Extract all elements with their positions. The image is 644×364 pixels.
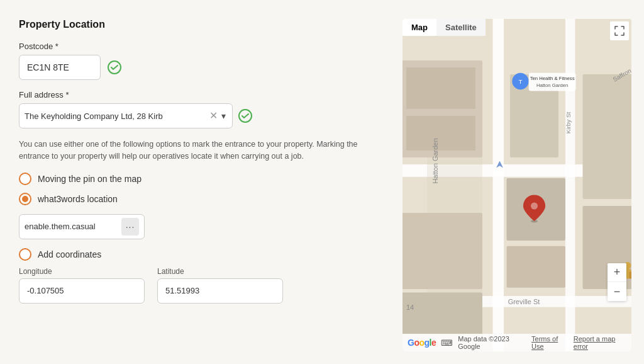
address-input-wrapper[interactable]: The Keyholding Company Ltd, 28 Kirb ✕ ▾ — [19, 103, 233, 128]
w3w-input-row: enable.them.casual ··· — [19, 214, 390, 239]
radio-w3w-label: what3words location — [38, 194, 118, 204]
postcode-row — [19, 55, 390, 80]
radio-group: Moving the pin on the map what3words loc… — [19, 173, 390, 205]
page-container: Property Location Postcode * Full addres… — [0, 0, 644, 364]
svg-text:Kirby St: Kirby St — [565, 111, 572, 134]
map-panel: Map Satellite — [402, 19, 631, 351]
map-data-text: Map data ©2023 Google — [458, 335, 526, 350]
address-clear-button[interactable]: ✕ — [207, 111, 220, 121]
zoom-in-button[interactable]: + — [608, 263, 626, 282]
section-title: Property Location — [19, 19, 390, 30]
svg-rect-10 — [406, 116, 475, 151]
svg-rect-9 — [406, 67, 475, 109]
map-tab-map[interactable]: Map — [402, 19, 436, 36]
svg-text:Ten Health & Fitness: Ten Health & Fitness — [530, 76, 575, 81]
map-fullscreen-button[interactable] — [610, 21, 629, 40]
map-container[interactable]: Map Satellite — [402, 19, 631, 351]
svg-rect-17 — [402, 293, 482, 334]
zoom-out-button[interactable]: − — [608, 282, 626, 301]
longitude-label: Longitude — [19, 267, 145, 276]
address-input-text: The Keyholding Company Ltd, 28 Kirb — [25, 111, 207, 121]
radio-coords[interactable] — [19, 248, 31, 261]
svg-text:Hatton Garden: Hatton Garden — [536, 82, 568, 88]
radio-pin[interactable] — [19, 173, 31, 185]
postcode-field-group: Postcode * — [19, 42, 390, 80]
radio-item-pin[interactable]: Moving the pin on the map — [19, 173, 390, 185]
terms-of-use-link[interactable]: Terms of Use — [531, 335, 569, 350]
postcode-input[interactable] — [19, 55, 101, 80]
svg-text:14: 14 — [406, 304, 414, 311]
map-tab-satellite[interactable]: Satellite — [436, 19, 486, 36]
radio-item-w3w[interactable]: what3words location — [19, 193, 390, 205]
map-tabs: Map Satellite — [402, 19, 486, 36]
address-row: The Keyholding Company Ltd, 28 Kirb ✕ ▾ — [19, 103, 390, 128]
address-dropdown-button[interactable]: ▾ — [220, 111, 227, 121]
report-error-link[interactable]: Report a map error — [574, 335, 626, 350]
map-keyboard-icon: ⌨ — [441, 338, 453, 348]
postcode-check-icon — [107, 60, 122, 75]
w3w-dots-button[interactable]: ··· — [121, 218, 139, 236]
coords-fields: Longitude Latitude — [19, 267, 390, 304]
svg-rect-16 — [402, 213, 482, 289]
radio-w3w[interactable] — [19, 193, 31, 205]
radio-pin-label: Moving the pin on the map — [38, 174, 142, 184]
address-label: Full address * — [19, 90, 390, 100]
address-check-icon — [238, 108, 253, 123]
map-svg: Hatton Garden Kirby St Saffron Hill Grev… — [402, 19, 631, 351]
radio-coords-label: Add coordinates — [38, 249, 101, 259]
svg-text:Hatton Garden: Hatton Garden — [431, 138, 439, 183]
svg-text:T: T — [518, 78, 522, 85]
latitude-input[interactable] — [157, 278, 283, 304]
left-panel: Property Location Postcode * Full addres… — [19, 19, 390, 351]
map-zoom-controls: + − — [608, 263, 626, 301]
svg-point-30 — [531, 203, 538, 210]
postcode-label: Postcode * — [19, 42, 390, 51]
helper-text: You can use either one of the following … — [19, 139, 358, 162]
longitude-input[interactable] — [19, 278, 145, 304]
svg-rect-34 — [629, 272, 631, 279]
svg-text:Greville St: Greville St — [508, 298, 540, 305]
fullscreen-icon — [614, 26, 625, 36]
longitude-field: Longitude — [19, 267, 145, 304]
google-logo: Google — [408, 338, 436, 348]
latitude-label: Latitude — [157, 267, 283, 276]
w3w-input-wrapper[interactable]: enable.them.casual ··· — [19, 214, 145, 239]
map-bottom-bar: Google ⌨ Map data ©2023 Google Terms of … — [402, 334, 631, 351]
svg-rect-13 — [507, 246, 566, 288]
svg-rect-14 — [583, 74, 632, 199]
coords-section: Longitude Latitude — [19, 267, 390, 304]
radio-item-coords[interactable]: Add coordinates — [19, 248, 390, 261]
address-field-group: Full address * The Keyholding Company Lt… — [19, 90, 390, 128]
w3w-input-text: enable.them.casual — [25, 222, 116, 231]
latitude-field: Latitude — [157, 267, 283, 304]
